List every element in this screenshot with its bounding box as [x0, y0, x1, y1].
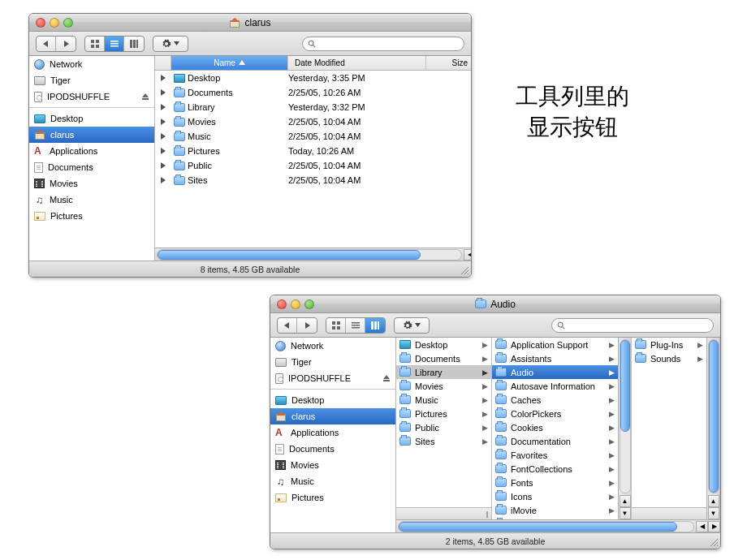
list-row[interactable]: PicturesToday, 10:26 AM--	[155, 144, 472, 158]
sidebar-item[interactable]: Applications	[29, 143, 154, 159]
sidebar-item[interactable]: Desktop	[270, 392, 395, 408]
column-item[interactable]: FontCollections▶	[492, 462, 618, 476]
sidebar-item[interactable]: Movies	[270, 457, 395, 473]
sidebar-item[interactable]: IPODSHUFFLE	[29, 88, 154, 105]
scroll-down-button[interactable]: ▼	[620, 507, 631, 519]
view-column-button[interactable]	[365, 318, 385, 333]
column-item[interactable]: Caches▶	[492, 393, 618, 407]
scroll-right-button[interactable]: ▶	[708, 521, 720, 532]
column-item[interactable]: Plug-Ins▶	[632, 338, 706, 351]
view-list-button[interactable]	[105, 37, 124, 51]
eject-icon[interactable]	[382, 374, 391, 382]
column-item[interactable]: Autosave Information▶	[492, 379, 618, 393]
column-item[interactable]: Library▶	[396, 365, 491, 379]
column-item[interactable]: Favorites▶	[492, 448, 618, 462]
disclosure-triangle[interactable]	[155, 89, 171, 96]
eject-icon[interactable]	[141, 93, 149, 101]
disclosure-triangle[interactable]	[155, 104, 171, 110]
view-icon-button[interactable]	[326, 318, 346, 333]
sidebar-item[interactable]: Network	[270, 338, 395, 354]
column-item[interactable]: Documents▶	[396, 351, 491, 365]
nav-back-forward[interactable]	[36, 36, 76, 52]
column-item[interactable]: Public▶	[396, 420, 491, 434]
column-item[interactable]: Assistants▶	[492, 351, 618, 365]
back-button[interactable]	[278, 318, 297, 333]
forward-button[interactable]	[56, 37, 76, 51]
zoom-button[interactable]	[63, 18, 73, 28]
column-item[interactable]: Internet Plug-Ins▶	[492, 517, 618, 519]
view-icon-button[interactable]	[85, 37, 105, 51]
sidebar-item[interactable]: Documents	[29, 159, 154, 175]
disclosure-triangle[interactable]	[155, 118, 171, 125]
sidebar-item[interactable]: Documents	[270, 441, 395, 457]
column-item[interactable]: Movies▶	[396, 379, 491, 393]
list-row[interactable]: DesktopYesterday, 3:35 PM--	[155, 71, 472, 85]
view-mode-segmented[interactable]	[326, 317, 386, 334]
view-list-button[interactable]	[346, 318, 365, 333]
list-row[interactable]: Movies2/25/05, 10:04 AM--	[155, 114, 472, 129]
list-header[interactable]: Name Date Modified Size	[155, 56, 472, 71]
view-mode-segmented[interactable]	[84, 36, 145, 52]
list-row[interactable]: Sites2/25/05, 10:04 AM--	[155, 173, 472, 187]
sidebar-item[interactable]: ♫Music	[270, 473, 395, 489]
action-menu[interactable]	[394, 317, 430, 334]
scroll-down-button[interactable]: ▼	[708, 507, 719, 519]
sidebar-item[interactable]: clarus	[29, 127, 154, 143]
zoom-button[interactable]	[304, 299, 314, 309]
list-row[interactable]: Public2/25/05, 10:04 AM--	[155, 158, 472, 173]
disclosure-triangle[interactable]	[155, 162, 171, 169]
search-input[interactable]	[302, 37, 464, 51]
horizontal-scrollbar[interactable]: ◀ ▶	[396, 519, 720, 532]
column-item[interactable]: Fonts▶	[492, 476, 618, 489]
column-size[interactable]: Size	[426, 56, 472, 70]
sidebar-item[interactable]: Desktop	[29, 110, 154, 127]
column-item[interactable]: ColorPickers▶	[492, 407, 618, 420]
column-resize[interactable]: ‖	[396, 507, 491, 519]
minimize-button[interactable]	[291, 299, 300, 309]
sidebar-item[interactable]: Tiger	[29, 72, 154, 88]
sidebar-item[interactable]: Movies	[29, 175, 154, 192]
sidebar-item[interactable]: Pictures	[29, 208, 154, 224]
resize-grip[interactable]	[709, 537, 719, 547]
scroll-up-button[interactable]: ▲	[620, 495, 631, 507]
scroll-left-button[interactable]: ◀	[696, 521, 708, 532]
list-row[interactable]: Music2/25/05, 10:04 AM--	[155, 129, 472, 144]
column-item[interactable]: iMovie▶	[492, 503, 618, 517]
column-item[interactable]: Sounds▶	[632, 351, 706, 365]
column-item[interactable]: Desktop▶	[396, 338, 491, 351]
titlebar[interactable]: clarus	[29, 14, 471, 32]
action-menu[interactable]	[153, 36, 188, 52]
sidebar-item[interactable]: IPODSHUFFLE	[270, 370, 395, 386]
search-input[interactable]	[551, 318, 714, 333]
column-item[interactable]: Icons▶	[492, 489, 618, 503]
titlebar[interactable]: Audio	[270, 295, 720, 313]
disclosure-triangle[interactable]	[155, 148, 171, 154]
sidebar-item[interactable]: Tiger	[270, 354, 395, 370]
minimize-button[interactable]	[50, 18, 59, 28]
forward-button[interactable]	[297, 318, 317, 333]
view-column-button[interactable]	[124, 37, 144, 51]
column-item[interactable]: Application Support▶	[492, 338, 618, 351]
column-date[interactable]: Date Modified	[288, 56, 426, 70]
column-name[interactable]: Name	[171, 56, 288, 70]
column-item[interactable]: Audio▶	[492, 365, 618, 379]
sidebar-item[interactable]: clarus	[270, 408, 395, 424]
close-button[interactable]	[36, 18, 45, 28]
column-item[interactable]: Cookies▶	[492, 420, 618, 434]
back-button[interactable]	[37, 37, 56, 51]
resize-grip[interactable]	[460, 265, 469, 275]
horizontal-scrollbar[interactable]: ◀ ▶	[155, 248, 472, 261]
sidebar-item[interactable]: ♫Music	[29, 192, 154, 208]
sidebar-item[interactable]: Network	[29, 56, 154, 72]
list-row[interactable]: LibraryYesterday, 3:32 PM--	[155, 100, 472, 114]
column-item[interactable]: Sites▶	[396, 434, 491, 448]
nav-back-forward[interactable]	[277, 317, 317, 334]
disclosure-triangle[interactable]	[155, 75, 171, 81]
sidebar-item[interactable]: Applications	[270, 424, 395, 441]
vertical-scrollbar[interactable]: ▲ ▼	[618, 338, 631, 519]
close-button[interactable]	[277, 299, 287, 309]
sidebar-item[interactable]: Pictures	[270, 489, 395, 506]
vertical-scrollbar[interactable]: ▲ ▼	[706, 338, 719, 519]
disclosure-triangle[interactable]	[155, 133, 171, 140]
column-item[interactable]: Pictures▶	[396, 407, 491, 420]
